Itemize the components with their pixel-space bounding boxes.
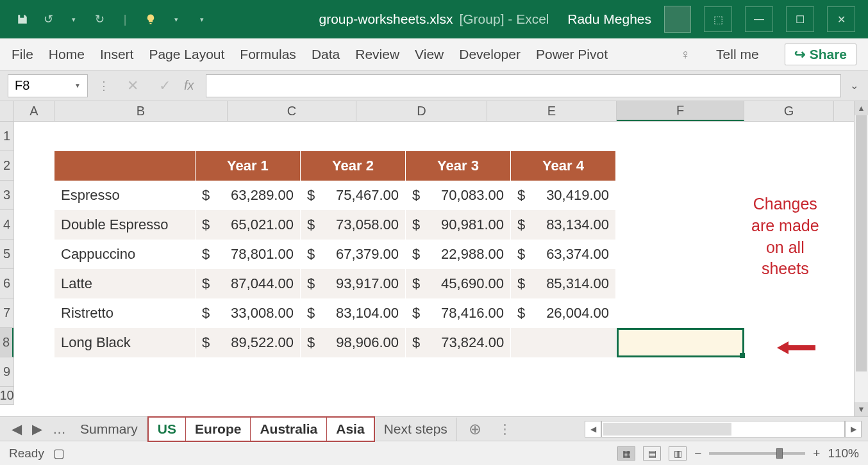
tell-me-bulb-icon[interactable]: ♀	[680, 47, 690, 62]
fill-handle[interactable]	[740, 353, 745, 358]
value-cell[interactable]: $83,134.00	[511, 210, 616, 240]
value-cell[interactable]: $75,467.00	[301, 181, 406, 210]
zoom-slider-knob[interactable]	[776, 448, 783, 459]
tab-review[interactable]: Review	[355, 47, 399, 62]
macro-record-icon[interactable]: ▢	[53, 446, 65, 461]
view-page-break-icon[interactable]: ▥	[669, 446, 687, 461]
ribbon-display-icon[interactable]: ⬚	[704, 6, 732, 32]
value-cell[interactable]: $65,021.00	[196, 210, 301, 240]
hscroll-track[interactable]	[601, 421, 845, 437]
row-header-1[interactable]: 1	[0, 122, 13, 151]
sheet-tab-europe[interactable]: Europe	[186, 418, 251, 441]
hscroll-thumb[interactable]	[603, 423, 731, 436]
expand-formula-bar-icon[interactable]: ⌄	[847, 79, 860, 92]
zoom-out-button[interactable]: −	[694, 446, 701, 461]
horizontal-scrollbar[interactable]: ◀ ▶	[585, 421, 862, 437]
tab-home[interactable]: Home	[49, 47, 85, 62]
redo-icon[interactable]: ↻	[90, 10, 109, 29]
close-button[interactable]: ✕	[827, 6, 855, 32]
new-sheet-button[interactable]: ⊕	[457, 420, 493, 438]
col-header-g[interactable]: G	[744, 101, 834, 121]
value-cell[interactable]: $73,058.00	[301, 210, 406, 240]
tab-developer[interactable]: Developer	[459, 47, 521, 62]
sheet-tab-summary[interactable]: Summary	[71, 418, 147, 441]
sheet-overflow-label[interactable]: …	[47, 421, 71, 437]
row-header-3[interactable]: 3	[0, 181, 13, 210]
sheet-nav-prev-icon[interactable]: ◀	[6, 421, 27, 437]
undo-dropdown-icon[interactable]: ▾	[64, 10, 83, 29]
active-cell-f8[interactable]	[617, 328, 744, 357]
row-header-6[interactable]: 6	[0, 269, 13, 298]
product-cell[interactable]: Ristretto	[54, 298, 196, 328]
value-cell[interactable]: $33,008.00	[196, 298, 301, 328]
row-header-8[interactable]: 8	[0, 328, 13, 357]
namebox-resizer[interactable]: ⋮	[94, 79, 113, 93]
row-header-7[interactable]: 7	[0, 298, 13, 328]
view-page-layout-icon[interactable]: ▤	[643, 446, 661, 461]
qat-overflow-icon[interactable]: ▾	[192, 10, 212, 29]
scroll-thumb[interactable]	[856, 115, 867, 371]
vertical-scrollbar[interactable]: ▲ ▼	[854, 101, 868, 416]
enter-icon[interactable]: ✓	[152, 78, 178, 94]
value-cell[interactable]: $45,690.00	[406, 269, 511, 298]
tab-view[interactable]: View	[415, 47, 444, 62]
minimize-button[interactable]: —	[745, 6, 773, 32]
value-cell[interactable]: $93,917.00	[301, 269, 406, 298]
select-all-corner[interactable]	[0, 101, 14, 122]
cancel-icon[interactable]: ✕	[120, 78, 146, 94]
tell-me-label[interactable]: Tell me	[716, 47, 759, 62]
product-cell[interactable]: Long Black	[54, 328, 196, 357]
bulb-icon[interactable]	[141, 10, 160, 29]
user-avatar[interactable]	[664, 6, 691, 33]
sheet-tab-asia[interactable]: Asia	[327, 418, 373, 441]
fx-icon[interactable]: fx	[184, 78, 194, 93]
tab-power-pivot[interactable]: Power Pivot	[536, 47, 608, 62]
scroll-down-icon[interactable]: ▼	[855, 402, 868, 416]
tab-formulas[interactable]: Formulas	[240, 47, 296, 62]
sheet-tab-us[interactable]: US	[149, 418, 186, 441]
value-cell[interactable]: $89,522.00	[196, 328, 301, 357]
row-header-2[interactable]: 2	[0, 151, 13, 181]
value-cell[interactable]: $83,104.00	[301, 298, 406, 328]
product-cell[interactable]: Latte	[54, 269, 196, 298]
hscroll-right-icon[interactable]: ▶	[845, 421, 862, 437]
value-cell[interactable]: $78,416.00	[406, 298, 511, 328]
sheet-tab-next-steps[interactable]: Next steps	[375, 418, 457, 441]
name-box-dropdown-icon[interactable]: ▼	[74, 82, 81, 89]
value-cell[interactable]: $63,289.00	[196, 181, 301, 210]
product-cell[interactable]: Espresso	[54, 181, 196, 210]
sheet-resizer[interactable]: ⋮	[493, 421, 517, 437]
value-cell[interactable]: $67,379.00	[301, 240, 406, 269]
row-header-4[interactable]: 4	[0, 210, 13, 240]
tab-insert[interactable]: Insert	[100, 47, 134, 62]
cells-area[interactable]: Year 1 Year 2 Year 3 Year 4 Espresso$63,…	[14, 122, 854, 416]
col-header-b[interactable]: B	[54, 101, 228, 121]
name-box[interactable]: F8 ▼	[8, 74, 88, 97]
tab-data[interactable]: Data	[312, 47, 340, 62]
value-cell[interactable]: $85,314.00	[511, 269, 616, 298]
hscroll-left-icon[interactable]: ◀	[585, 421, 601, 437]
value-cell[interactable]: $26,004.00	[511, 298, 616, 328]
value-cell[interactable]: $22,988.00	[406, 240, 511, 269]
col-header-d[interactable]: D	[356, 101, 487, 121]
sheet-tab-australia[interactable]: Australia	[251, 418, 327, 441]
sheet-nav-next-icon[interactable]: ▶	[27, 421, 47, 437]
product-cell[interactable]: Cappuccino	[54, 240, 196, 269]
product-cell[interactable]: Double Espresso	[54, 210, 196, 240]
view-normal-icon[interactable]: ▦	[617, 446, 635, 461]
row-header-10[interactable]: 10	[0, 387, 13, 405]
maximize-button[interactable]: ☐	[786, 6, 814, 32]
zoom-slider[interactable]	[709, 452, 805, 455]
undo-icon[interactable]: ↺	[38, 10, 58, 29]
value-cell[interactable]: $70,083.00	[406, 181, 511, 210]
col-header-a[interactable]: A	[14, 101, 54, 121]
value-cell[interactable]: $73,824.00	[406, 328, 511, 357]
scroll-up-icon[interactable]: ▲	[855, 101, 868, 115]
col-header-c[interactable]: C	[228, 101, 356, 121]
qat-dropdown-icon[interactable]: ▾	[167, 10, 186, 29]
value-cell[interactable]: $30,419.00	[511, 181, 616, 210]
tab-page-layout[interactable]: Page Layout	[149, 47, 224, 62]
value-cell[interactable]	[511, 328, 616, 357]
formula-input[interactable]	[206, 74, 841, 97]
row-header-5[interactable]: 5	[0, 240, 13, 269]
